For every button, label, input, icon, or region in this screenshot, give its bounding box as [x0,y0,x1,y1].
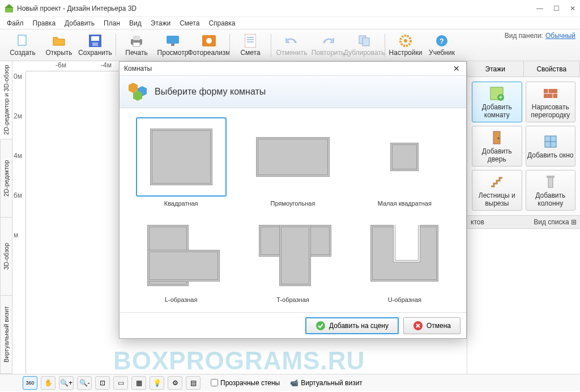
light-button[interactable]: 💡 [150,376,164,390]
stairs-icon [489,174,505,190]
create-button[interactable]: Создать [5,31,41,59]
tab-3d[interactable]: 3D-обзор [0,218,12,296]
titlebar: Новый проект - Дизайн Интерьера 3D — ☐ ✕ [0,0,580,17]
window-icon [543,134,558,150]
room-icon: + [489,86,505,101]
catalog-body [467,229,580,374]
menu-help[interactable]: Справка [205,18,238,28]
dialog-close-button[interactable]: ✕ [451,64,462,73]
estimate-label: Смета [240,49,260,57]
svg-marker-1 [5,4,14,8]
fit-button[interactable]: ⊡ [95,376,110,390]
shape-small-square[interactable]: Малая квадратная [351,116,458,208]
ruler-vertical: 0м2м4м6мм [12,71,26,374]
svg-text:+: + [499,93,503,101]
shape-rectangle[interactable]: Прямоугольная [239,116,346,208]
panel-mode-link[interactable]: Обычный [545,32,575,40]
redo-button[interactable]: Повторить [310,31,346,59]
create-label: Создать [10,49,36,57]
photo-icon [202,35,216,46]
duplicate-label: Дублировать [344,49,385,57]
column-icon [543,174,558,190]
new-file-icon [16,34,29,48]
tutorial-label: Учебник [429,49,455,57]
draw-wall-button[interactable]: Нарисовать перегородку [526,82,576,122]
list-icon: ⊞ [571,218,577,226]
add-column-button[interactable]: Добавить колонну [526,170,576,211]
menu-floors[interactable]: Этажи [147,18,174,28]
settings-button[interactable]: Настройки [387,31,424,59]
transparent-walls-checkbox[interactable]: Прозрачные стены [211,379,280,387]
pan-button[interactable]: ✋ [41,376,56,390]
monitor-icon [165,35,180,47]
misc1-button[interactable]: ⚙ [168,376,182,390]
menu-plan[interactable]: План [100,18,123,28]
camera-icon: 📹 [290,379,298,387]
svg-rect-5 [91,36,99,41]
svg-rect-0 [5,7,13,12]
preview-label: Просмотр [157,49,189,57]
close-button[interactable]: ✕ [570,5,575,12]
tab-2d[interactable]: 2D-редактор [0,139,12,218]
shape-l[interactable]: L-образная [127,212,234,304]
undo-icon [285,35,298,46]
print-button[interactable]: Печать [118,31,155,59]
minimize-button[interactable]: — [536,5,543,12]
open-button[interactable]: Открыть [41,31,77,59]
save-button[interactable]: Сохранить [77,31,113,59]
window-title: Новый проект - Дизайн Интерьера 3D [17,5,536,12]
svg-rect-11 [171,44,174,46]
undo-label: Отменить [276,49,308,57]
misc2-button[interactable]: ▤ [186,376,201,390]
right-panel: Этажи Свойства +Добавить комнату Нарисов… [467,61,580,374]
redo-label: Повторить [312,49,345,57]
svg-point-13 [206,38,212,44]
add-to-scene-button[interactable]: Добавить на сцену [305,317,399,334]
view-list-link[interactable]: Вид списка [534,218,569,226]
panel-mode: Вид панели:Обычный [505,32,575,40]
shape-t[interactable]: T-образная [239,212,346,304]
cancel-icon [413,321,423,331]
stairs-button[interactable]: Лестницы и вырезы [472,170,522,211]
add-window-button[interactable]: Добавить окно [526,126,576,167]
virtual-visit-button[interactable]: 📹Виртуальный визит [290,379,362,387]
maximize-button[interactable]: ☐ [553,5,560,12]
photo-button[interactable]: Фотореализм [191,31,227,59]
svg-rect-37 [547,176,555,178]
cancel-button[interactable]: Отмена [403,317,460,334]
grid-button[interactable]: ▦ [131,376,146,390]
shape-u[interactable]: U-образная [351,212,458,304]
help-icon: ? [435,34,449,48]
tab-properties[interactable]: Свойства [524,61,581,76]
svg-rect-10 [167,36,179,44]
print-label: Печать [125,49,147,57]
svg-rect-14 [245,34,256,48]
menu-add[interactable]: Добавить [61,18,98,28]
redo-icon [321,35,335,46]
svg-point-21 [404,39,407,42]
tutorial-button[interactable]: ?Учебник [424,31,460,59]
estimate-button[interactable]: Смета [232,31,268,59]
menu-view[interactable]: Вид [126,18,145,28]
settings-label: Настройки [389,49,423,57]
add-door-button[interactable]: Добавить дверь [472,126,522,167]
undo-button[interactable]: Отменить [274,31,310,59]
shape-square[interactable]: Квадратная [127,116,234,208]
view-360-button[interactable]: 360 [23,376,37,390]
menu-edit[interactable]: Правка [29,18,59,28]
tab-floors[interactable]: Этажи [467,61,524,76]
left-tabs: 2D-редактор и 3D-обзор 2D-редактор 3D-об… [0,61,12,374]
select-button[interactable]: ▭ [113,376,128,390]
tab-2d3d[interactable]: 2D-редактор и 3D-обзор [0,61,12,139]
zoom-out-button[interactable]: 🔍- [77,376,92,390]
svg-point-41 [316,321,325,330]
menu-estimate[interactable]: Смета [176,18,203,28]
add-room-button[interactable]: +Добавить комнату [472,82,522,122]
menu-file[interactable]: Файл [3,18,27,28]
folder-icon [52,35,66,46]
toolbar: Создать Открыть Сохранить Печать Просмот… [0,29,580,61]
preview-button[interactable]: Просмотр [155,31,191,59]
tab-virtual[interactable]: Виртуальный визит [0,296,12,374]
duplicate-button[interactable]: Дублировать [346,31,382,59]
zoom-in-button[interactable]: 🔍+ [59,376,74,390]
